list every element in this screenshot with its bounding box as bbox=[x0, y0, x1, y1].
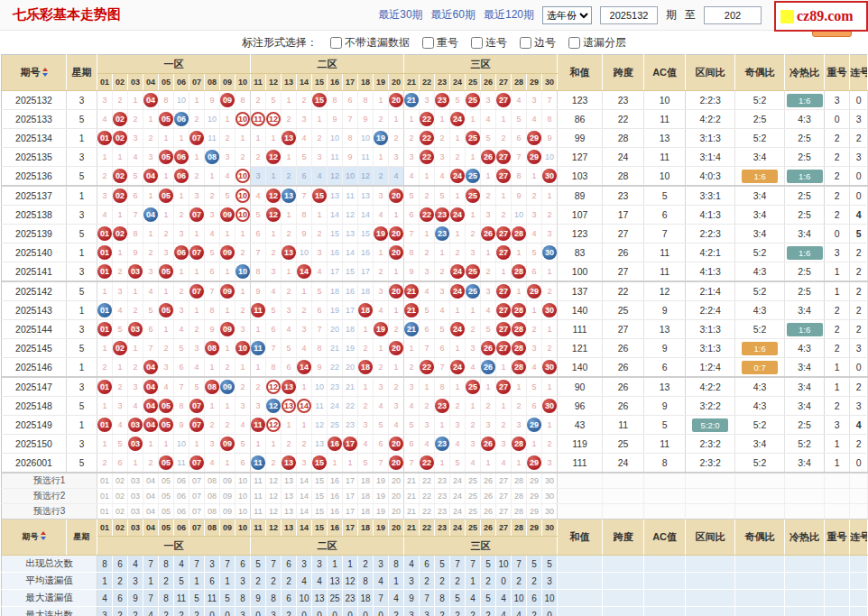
preselect-number-cell[interactable]: 06 bbox=[174, 489, 189, 504]
sort-icon[interactable] bbox=[41, 531, 46, 540]
issue-column-header-bottom[interactable]: 期号 bbox=[2, 519, 67, 556]
preselect-number-cell[interactable]: 11 bbox=[251, 473, 266, 489]
checkbox-serial[interactable]: 连号 bbox=[471, 35, 507, 51]
preselect-number-cell[interactable]: 05 bbox=[159, 489, 174, 504]
preselect-number-cell[interactable]: 26 bbox=[481, 473, 496, 489]
preselect-number-cell[interactable]: 18 bbox=[358, 473, 374, 489]
preselect-number-cell[interactable]: 27 bbox=[496, 489, 512, 504]
preselect-number-cell[interactable]: 24 bbox=[450, 489, 466, 504]
preselect-number-cell[interactable]: 20 bbox=[389, 489, 404, 504]
preselect-number-cell[interactable]: 05 bbox=[159, 473, 174, 489]
preselect-number-cell[interactable]: 01 bbox=[97, 504, 113, 519]
preselect-number-cell[interactable]: 20 bbox=[389, 504, 404, 519]
preselect-number-cell[interactable]: 27 bbox=[496, 473, 512, 489]
preselect-number-cell[interactable]: 12 bbox=[266, 489, 282, 504]
preselect-number-cell[interactable]: 21 bbox=[404, 504, 420, 519]
preselect-number-cell[interactable]: 07 bbox=[189, 504, 205, 519]
preselect-number-cell[interactable]: 29 bbox=[527, 489, 542, 504]
preselect-number-cell[interactable]: 08 bbox=[205, 504, 220, 519]
preselect-number-cell[interactable]: 02 bbox=[113, 473, 128, 489]
preselect-number-cell[interactable]: 12 bbox=[266, 504, 282, 519]
preselect-number-cell[interactable]: 01 bbox=[97, 489, 113, 504]
preselect-number-cell[interactable]: 04 bbox=[143, 489, 159, 504]
preselect-number-cell[interactable]: 16 bbox=[328, 504, 343, 519]
preselect-number-cell[interactable]: 24 bbox=[450, 504, 466, 519]
preselect-number-cell[interactable]: 16 bbox=[328, 489, 343, 504]
preselect-number-cell[interactable]: 02 bbox=[113, 489, 128, 504]
preselect-number-cell[interactable]: 14 bbox=[297, 504, 312, 519]
preselect-number-cell[interactable]: 13 bbox=[282, 489, 297, 504]
preselect-number-cell[interactable]: 14 bbox=[297, 473, 312, 489]
miss-layer-checkbox[interactable] bbox=[568, 37, 580, 49]
issue-to-input[interactable] bbox=[704, 6, 762, 24]
checkbox-no-miss-data[interactable]: 不带遗漏数据 bbox=[330, 35, 410, 51]
preselect-number-cell[interactable]: 13 bbox=[282, 473, 297, 489]
repeat-checkbox[interactable] bbox=[422, 37, 434, 49]
link-last30[interactable]: 最近30期 bbox=[378, 7, 422, 23]
link-last60[interactable]: 最近60期 bbox=[431, 7, 476, 23]
preselect-number-cell[interactable]: 12 bbox=[266, 473, 282, 489]
preselect-number-cell[interactable]: 10 bbox=[235, 504, 251, 519]
preselect-number-cell[interactable]: 19 bbox=[374, 504, 389, 519]
preselect-number-cell[interactable]: 28 bbox=[512, 473, 527, 489]
preselect-number-cell[interactable]: 25 bbox=[466, 473, 481, 489]
preselect-number-cell[interactable]: 21 bbox=[404, 489, 420, 504]
serial-checkbox[interactable] bbox=[471, 37, 483, 49]
preselect-number-cell[interactable]: 15 bbox=[312, 473, 328, 489]
preselect-number-cell[interactable]: 01 bbox=[97, 473, 113, 489]
preselect-number-cell[interactable]: 22 bbox=[420, 504, 435, 519]
preselect-number-cell[interactable]: 07 bbox=[189, 473, 205, 489]
preselect-number-cell[interactable]: 17 bbox=[343, 473, 358, 489]
sort-icon[interactable] bbox=[42, 68, 48, 77]
preselect-number-cell[interactable]: 10 bbox=[235, 473, 251, 489]
preselect-number-cell[interactable]: 10 bbox=[235, 489, 251, 504]
year-select[interactable]: 选年份 bbox=[542, 6, 592, 24]
preselect-number-cell[interactable]: 06 bbox=[174, 473, 189, 489]
preselect-number-cell[interactable]: 03 bbox=[128, 504, 143, 519]
preselect-number-cell[interactable]: 07 bbox=[189, 489, 205, 504]
preselect-number-cell[interactable]: 29 bbox=[527, 504, 542, 519]
preselect-number-cell[interactable]: 23 bbox=[435, 504, 450, 519]
preselect-number-cell[interactable]: 18 bbox=[358, 489, 374, 504]
preselect-number-cell[interactable]: 06 bbox=[174, 504, 189, 519]
preselect-number-cell[interactable]: 26 bbox=[481, 489, 496, 504]
preselect-number-cell[interactable]: 09 bbox=[220, 489, 235, 504]
preselect-number-cell[interactable]: 09 bbox=[220, 504, 235, 519]
no-miss-data-checkbox[interactable] bbox=[330, 37, 342, 49]
preselect-number-cell[interactable]: 25 bbox=[466, 489, 481, 504]
preselect-number-cell[interactable]: 11 bbox=[251, 504, 266, 519]
preselect-number-cell[interactable]: 17 bbox=[343, 504, 358, 519]
preselect-number-cell[interactable]: 27 bbox=[496, 504, 512, 519]
checkbox-repeat[interactable]: 重号 bbox=[422, 35, 458, 51]
issue-column-header[interactable]: 期号 bbox=[2, 55, 67, 91]
preselect-number-cell[interactable]: 28 bbox=[512, 489, 527, 504]
edge-checkbox[interactable] bbox=[520, 37, 531, 49]
preselect-number-cell[interactable]: 04 bbox=[143, 504, 159, 519]
preselect-number-cell[interactable]: 22 bbox=[420, 473, 435, 489]
preselect-number-cell[interactable]: 23 bbox=[435, 489, 450, 504]
preselect-number-cell[interactable]: 19 bbox=[374, 489, 389, 504]
preselect-number-cell[interactable]: 16 bbox=[328, 473, 343, 489]
preselect-number-cell[interactable]: 15 bbox=[312, 504, 328, 519]
preselect-number-cell[interactable]: 24 bbox=[450, 473, 466, 489]
preselect-number-cell[interactable]: 03 bbox=[128, 489, 143, 504]
preselect-number-cell[interactable]: 17 bbox=[343, 489, 358, 504]
preselect-number-cell[interactable]: 14 bbox=[297, 489, 312, 504]
preselect-number-cell[interactable]: 30 bbox=[542, 504, 558, 519]
preselect-number-cell[interactable]: 02 bbox=[113, 504, 128, 519]
preselect-number-cell[interactable]: 22 bbox=[420, 489, 435, 504]
issue-from-input[interactable] bbox=[600, 6, 658, 24]
preselect-number-cell[interactable]: 19 bbox=[374, 473, 389, 489]
preselect-number-cell[interactable]: 13 bbox=[282, 504, 297, 519]
preselect-number-cell[interactable]: 20 bbox=[389, 473, 404, 489]
preselect-number-cell[interactable]: 11 bbox=[251, 489, 266, 504]
preselect-number-cell[interactable]: 28 bbox=[512, 504, 527, 519]
preselect-number-cell[interactable]: 09 bbox=[220, 473, 235, 489]
preselect-number-cell[interactable]: 23 bbox=[435, 473, 450, 489]
preselect-number-cell[interactable]: 30 bbox=[542, 473, 558, 489]
preselect-number-cell[interactable]: 21 bbox=[404, 473, 420, 489]
preselect-number-cell[interactable]: 30 bbox=[542, 489, 558, 504]
preselect-number-cell[interactable]: 05 bbox=[159, 504, 174, 519]
preselect-number-cell[interactable]: 26 bbox=[481, 504, 496, 519]
checkbox-miss-layer[interactable]: 遗漏分层 bbox=[568, 35, 626, 51]
